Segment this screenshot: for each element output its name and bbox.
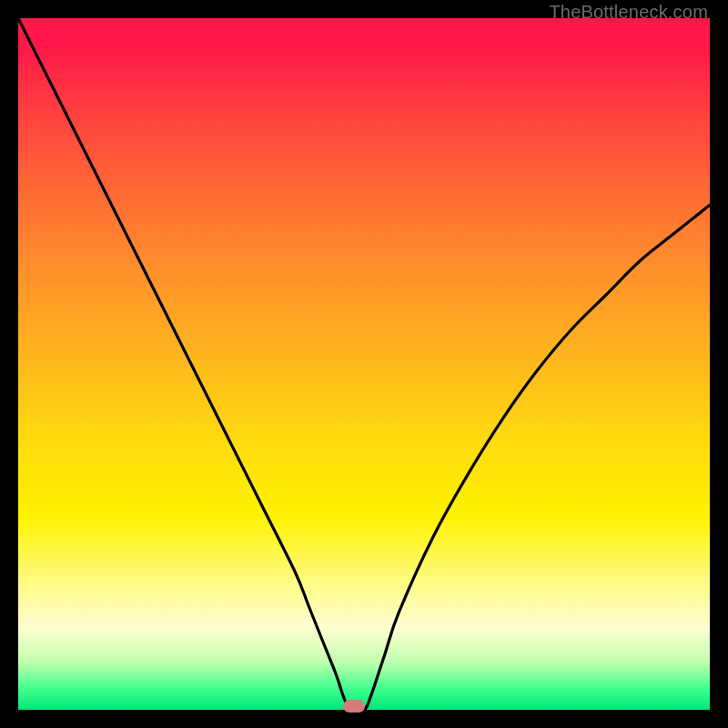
bottleneck-curve bbox=[18, 18, 710, 710]
chart-frame: TheBottleneck.com bbox=[0, 0, 728, 728]
curve-path bbox=[18, 18, 710, 710]
optimum-marker bbox=[343, 700, 365, 713]
watermark-text: TheBottleneck.com bbox=[549, 2, 708, 23]
plot-area bbox=[18, 18, 710, 710]
